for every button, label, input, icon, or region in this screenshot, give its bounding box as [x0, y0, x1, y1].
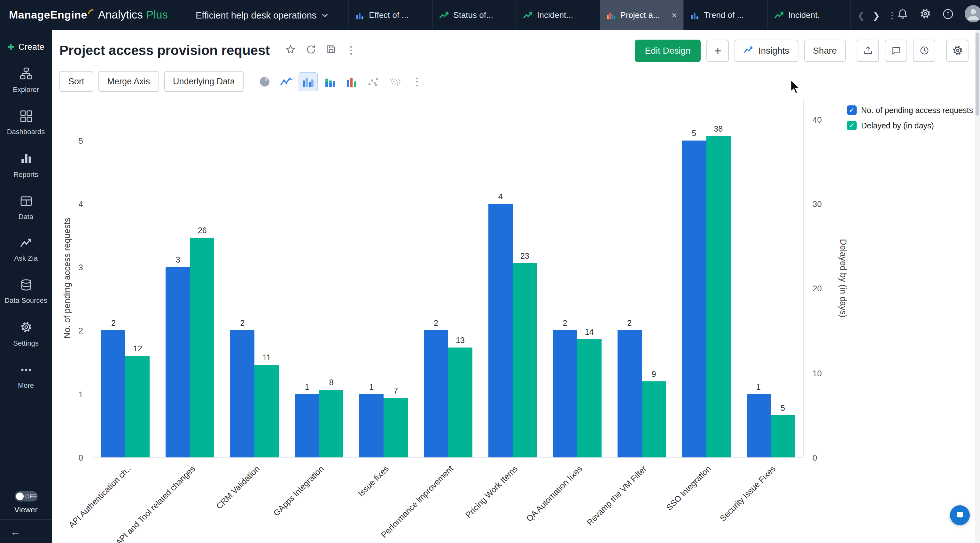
bar-chart-icon — [355, 11, 364, 19]
trend-line-icon — [774, 11, 784, 19]
multi-color-bar-chart-icon[interactable] — [342, 72, 361, 91]
insights-button[interactable]: Insights — [735, 39, 799, 62]
tab-label: Status of... — [453, 10, 493, 20]
viewer-toggle[interactable]: OFF — [14, 491, 37, 502]
sort-button[interactable]: Sort — [59, 71, 93, 92]
plus-icon: + — [7, 41, 14, 53]
scrollbar-thumb[interactable] — [975, 33, 979, 116]
bar[interactable]: 38 — [706, 136, 730, 457]
grouped-bar-chart-icon[interactable] — [299, 72, 318, 91]
tab-status-of-[interactable]: Status of... — [432, 0, 516, 30]
sidebar-item-data-sources[interactable]: Data Sources — [0, 270, 52, 313]
sidebar-item-label: More — [18, 382, 34, 391]
settings-gear-icon[interactable] — [919, 8, 931, 22]
chat-widget-button[interactable] — [950, 505, 970, 525]
pie-chart-icon[interactable] — [255, 72, 275, 91]
report-settings-button[interactable] — [946, 39, 969, 62]
legend-checkbox[interactable]: ✓ — [847, 105, 857, 115]
tab-trend-of-[interactable]: Trend of ... — [683, 0, 767, 30]
sidebar-item-label: Ask Zia — [14, 254, 37, 263]
bar-group: 214 — [545, 99, 609, 457]
stacked-bar-chart-icon[interactable] — [321, 72, 340, 91]
sidebar-item-reports[interactable]: Reports — [0, 144, 52, 187]
export-button[interactable] — [857, 39, 879, 62]
bar[interactable]: 2 — [101, 330, 126, 457]
right-axis-title: Delayed by (in days) — [837, 99, 850, 457]
bar[interactable]: 3 — [166, 267, 190, 457]
save-icon[interactable] — [326, 44, 336, 57]
plot-area: 012345 010203040 21232621118172134232142… — [93, 99, 803, 458]
more-chart-options-icon[interactable]: ⋮ — [407, 72, 427, 91]
add-button[interactable]: + — [707, 39, 729, 62]
topbar: ManageEngine Analytics Plus Efficient he… — [0, 0, 980, 30]
bar[interactable]: 26 — [190, 238, 215, 457]
bar[interactable]: 1 — [295, 394, 319, 457]
sidebar-item-data[interactable]: Data — [0, 187, 52, 229]
mouse-cursor — [787, 79, 802, 98]
bar[interactable]: 2 — [231, 330, 255, 457]
bar[interactable]: 11 — [255, 364, 279, 457]
settings-icon — [19, 321, 32, 336]
bar[interactable]: 9 — [641, 381, 666, 457]
create-button[interactable]: + Create — [7, 37, 44, 57]
sidebar-item-dashboards[interactable]: Dashboards — [0, 102, 52, 144]
bar[interactable]: 2 — [553, 330, 577, 457]
gear-icon — [951, 45, 963, 56]
tab-incident-[interactable]: Incident... — [516, 0, 600, 30]
bar[interactable]: 1 — [746, 394, 771, 457]
history-button[interactable] — [913, 39, 935, 62]
bar[interactable]: 12 — [126, 356, 150, 457]
bar[interactable]: 1 — [359, 394, 383, 457]
map-chart-icon[interactable] — [386, 72, 405, 91]
tab-scroll-right-icon[interactable]: ❯ — [873, 11, 880, 19]
favorite-star-icon[interactable] — [285, 44, 296, 57]
tab-project-a-[interactable]: Project a...× — [600, 0, 683, 30]
line-chart-icon[interactable] — [277, 72, 296, 91]
toggle-knob — [16, 492, 23, 500]
bar[interactable]: 4 — [488, 204, 513, 457]
scrollbar[interactable] — [975, 30, 980, 543]
trend-line-icon — [523, 11, 533, 19]
tab-close-icon[interactable]: × — [671, 10, 677, 20]
sidebar-item-label: Data Sources — [5, 297, 47, 306]
bar[interactable]: 5 — [771, 415, 795, 457]
chart-type-strip: ⋮ — [255, 72, 427, 91]
tab-overflow-menu-icon[interactable]: ⋮ — [888, 11, 897, 19]
sidebar-item-settings[interactable]: Settings — [0, 313, 52, 356]
bar-value-label: 14 — [585, 328, 594, 337]
help-icon[interactable]: ? — [942, 8, 953, 22]
workspace-selector[interactable]: Efficient help desk operations — [196, 10, 328, 20]
merge-axis-button[interactable]: Merge Axis — [99, 71, 159, 92]
refresh-icon[interactable] — [305, 44, 317, 57]
bar[interactable]: 14 — [577, 339, 601, 457]
sidebar-item-more[interactable]: More — [0, 356, 52, 398]
bar[interactable]: 7 — [383, 398, 408, 457]
app-window: ManageEngine Analytics Plus Efficient he… — [0, 0, 980, 543]
comments-button[interactable] — [885, 39, 907, 62]
scatter-chart-icon[interactable] — [364, 72, 383, 91]
bar[interactable]: 13 — [448, 348, 473, 457]
insights-label: Insights — [759, 45, 789, 56]
tab-scroll-left-icon[interactable]: ❮ — [857, 11, 865, 19]
bar-group: 213 — [416, 99, 480, 457]
legend-checkbox[interactable]: ✓ — [847, 121, 857, 130]
notifications-bell-icon[interactable] — [897, 8, 908, 22]
tab-label: Incident. — [788, 10, 819, 20]
edit-design-button[interactable]: Edit Design — [635, 39, 701, 62]
sidebar-item-explorer[interactable]: Explorer — [0, 59, 52, 102]
bar[interactable]: 2 — [424, 330, 448, 457]
tab-incident-[interactable]: Incident. — [767, 0, 851, 30]
bar[interactable]: 8 — [319, 390, 343, 457]
underlying-data-button[interactable]: Underlying Data — [164, 71, 244, 92]
bar[interactable]: 23 — [513, 263, 537, 457]
title-more-options-icon[interactable]: ⋮ — [346, 45, 356, 56]
sidebar-item-ask-zia[interactable]: Ask Zia — [0, 229, 52, 270]
collapse-sidebar-button[interactable]: ← — [0, 519, 52, 543]
bar[interactable]: 2 — [617, 330, 641, 457]
tab-effect-of-[interactable]: Effect of ... — [348, 0, 432, 30]
share-button[interactable]: Share — [804, 39, 846, 62]
bar[interactable]: 5 — [682, 140, 706, 457]
brand-analytics: Analytics — [98, 8, 143, 22]
avatar[interactable] — [964, 5, 980, 25]
chat-icon — [955, 510, 965, 520]
